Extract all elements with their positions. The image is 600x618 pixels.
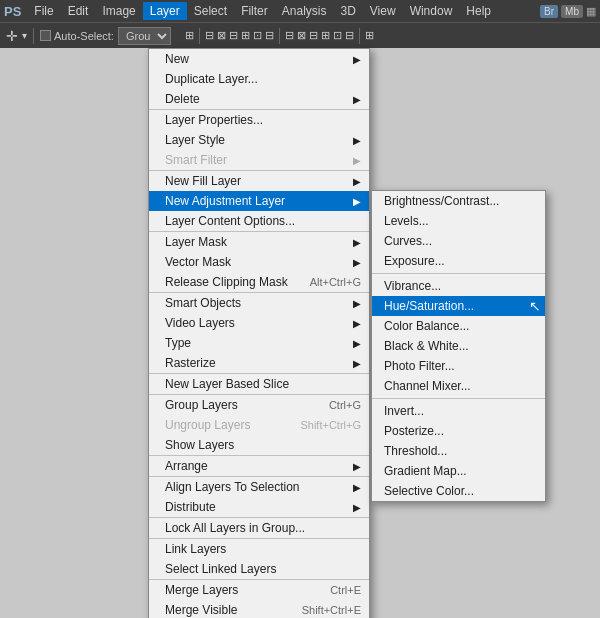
- cursor-icon: ↖: [529, 298, 541, 314]
- menu-file[interactable]: File: [27, 2, 60, 20]
- new-adj-arrow: ▶: [353, 196, 361, 207]
- transform-controls-icon[interactable]: ⊞: [185, 29, 194, 42]
- menu-group-layers[interactable]: Group Layers Ctrl+G: [149, 395, 369, 415]
- group-select[interactable]: Grou: [118, 27, 171, 45]
- menu-layer-mask[interactable]: Layer Mask ▶: [149, 232, 369, 252]
- ungroup-layers-shortcut: Shift+Ctrl+G: [300, 419, 361, 431]
- merge-visible-shortcut: Shift+Ctrl+E: [302, 604, 361, 616]
- menu-arrange[interactable]: Arrange ▶: [149, 456, 369, 476]
- distribute-middle-icon[interactable]: ⊡: [333, 29, 342, 42]
- align-bottom-icon[interactable]: ⊟: [265, 29, 274, 42]
- distribute-left-icon[interactable]: ⊟: [285, 29, 294, 42]
- distribute-bottom-icon[interactable]: ⊟: [345, 29, 354, 42]
- menu-new-fill-layer[interactable]: New Fill Layer ▶: [149, 171, 369, 191]
- menu-section-8: Arrange ▶: [149, 456, 369, 477]
- menu-new-adjustment-layer[interactable]: New Adjustment Layer ▶ Brightness/Contra…: [149, 191, 369, 211]
- submenu-photo-filter[interactable]: Photo Filter...: [372, 356, 545, 376]
- submenu-gradient-map[interactable]: Gradient Map...: [372, 461, 545, 481]
- layer-dropdown-menu: New ▶ Duplicate Layer... Delete ▶ Layer …: [148, 48, 370, 618]
- menu-merge-layers[interactable]: Merge Layers Ctrl+E: [149, 580, 369, 600]
- delete-arrow: ▶: [353, 94, 361, 105]
- distribute-right-icon[interactable]: ⊟: [309, 29, 318, 42]
- align-left-icon[interactable]: ⊟: [205, 29, 214, 42]
- menu-image[interactable]: Image: [95, 2, 142, 20]
- menu-edit[interactable]: Edit: [61, 2, 96, 20]
- submenu-sep-2: [372, 398, 545, 399]
- align-top-icon[interactable]: ⊞: [241, 29, 250, 42]
- more-icon[interactable]: ⊞: [365, 29, 374, 42]
- menu-3d[interactable]: 3D: [333, 2, 362, 20]
- toolbar-separator-1: [33, 28, 34, 44]
- menu-section-12: Merge Layers Ctrl+E Merge Visible Shift+…: [149, 580, 369, 618]
- auto-select-checkbox[interactable]: [40, 30, 51, 41]
- submenu-color-balance[interactable]: Color Balance...: [372, 316, 545, 336]
- distribute-center-h-icon[interactable]: ⊠: [297, 29, 306, 42]
- br-badge[interactable]: Br: [540, 5, 558, 18]
- menu-layer-style[interactable]: Layer Style ▶: [149, 130, 369, 150]
- menu-align-layers[interactable]: Align Layers To Selection ▶: [149, 477, 369, 497]
- menu-section-7: Group Layers Ctrl+G Ungroup Layers Shift…: [149, 395, 369, 456]
- toolbar-separator-3: [279, 28, 280, 44]
- align-right-icon[interactable]: ⊟: [229, 29, 238, 42]
- submenu-channel-mixer[interactable]: Channel Mixer...: [372, 376, 545, 396]
- submenu-hue-saturation[interactable]: Hue/Saturation... ↖: [372, 296, 545, 316]
- ps-logo: PS: [4, 4, 21, 19]
- submenu-posterize[interactable]: Posterize...: [372, 421, 545, 441]
- merge-layers-shortcut: Ctrl+E: [330, 584, 361, 596]
- menu-layer-properties[interactable]: Layer Properties...: [149, 110, 369, 130]
- submenu-black-white[interactable]: Black & White...: [372, 336, 545, 356]
- menu-analysis[interactable]: Analysis: [275, 2, 334, 20]
- menu-select-linked-layers[interactable]: Select Linked Layers: [149, 559, 369, 579]
- menu-distribute[interactable]: Distribute ▶: [149, 497, 369, 517]
- menu-help[interactable]: Help: [459, 2, 498, 20]
- menu-merge-visible[interactable]: Merge Visible Shift+Ctrl+E: [149, 600, 369, 618]
- submenu-curves[interactable]: Curves...: [372, 231, 545, 251]
- layer-mask-arrow: ▶: [353, 237, 361, 248]
- toolbar-separator-4: [359, 28, 360, 44]
- menu-new[interactable]: New ▶: [149, 49, 369, 69]
- submenu-exposure[interactable]: Exposure...: [372, 251, 545, 271]
- mb-badge[interactable]: Mb: [561, 5, 583, 18]
- new-fill-arrow: ▶: [353, 176, 361, 187]
- menu-layer[interactable]: Layer: [143, 2, 187, 20]
- align-center-icon[interactable]: ⊠: [217, 29, 226, 42]
- align-layers-arrow: ▶: [353, 482, 361, 493]
- menu-duplicate-layer[interactable]: Duplicate Layer...: [149, 69, 369, 89]
- panel-icon[interactable]: ▦: [586, 5, 596, 18]
- menu-select[interactable]: Select: [187, 2, 234, 20]
- submenu-levels[interactable]: Levels...: [372, 211, 545, 231]
- menu-view[interactable]: View: [363, 2, 403, 20]
- menu-section-4: Layer Mask ▶ Vector Mask ▶ Release Clipp…: [149, 232, 369, 293]
- distribute-arrow: ▶: [353, 502, 361, 513]
- submenu-sep-1: [372, 273, 545, 274]
- menu-rasterize[interactable]: Rasterize ▶: [149, 353, 369, 373]
- menu-smart-filter: Smart Filter ▶: [149, 150, 369, 170]
- menu-smart-objects[interactable]: Smart Objects ▶: [149, 293, 369, 313]
- menu-lock-all-layers[interactable]: Lock All Layers in Group...: [149, 518, 369, 538]
- menu-filter[interactable]: Filter: [234, 2, 275, 20]
- menu-release-clipping-mask[interactable]: Release Clipping Mask Alt+Ctrl+G: [149, 272, 369, 292]
- move-tool-icon[interactable]: ✛: [6, 28, 18, 44]
- menu-type[interactable]: Type ▶: [149, 333, 369, 353]
- submenu-threshold[interactable]: Threshold...: [372, 441, 545, 461]
- menu-video-layers[interactable]: Video Layers ▶: [149, 313, 369, 333]
- submenu-selective-color[interactable]: Selective Color...: [372, 481, 545, 501]
- menu-window[interactable]: Window: [403, 2, 460, 20]
- submenu-invert[interactable]: Invert...: [372, 401, 545, 421]
- menu-link-layers[interactable]: Link Layers: [149, 539, 369, 559]
- auto-select-text: Auto-Select:: [54, 30, 114, 42]
- align-middle-icon[interactable]: ⊡: [253, 29, 262, 42]
- tool-arrow: ▾: [22, 30, 27, 41]
- menu-layer-content-options[interactable]: Layer Content Options...: [149, 211, 369, 231]
- distribute-top-icon[interactable]: ⊞: [321, 29, 330, 42]
- arrange-arrow: ▶: [353, 461, 361, 472]
- menu-show-layers[interactable]: Show Layers: [149, 435, 369, 455]
- submenu-vibrance[interactable]: Vibrance...: [372, 276, 545, 296]
- top-bar-right: Br Mb ▦: [540, 5, 596, 18]
- menu-new-layer-based-slice[interactable]: New Layer Based Slice: [149, 374, 369, 394]
- menu-delete[interactable]: Delete ▶: [149, 89, 369, 109]
- group-layers-shortcut: Ctrl+G: [329, 399, 361, 411]
- menu-vector-mask[interactable]: Vector Mask ▶: [149, 252, 369, 272]
- auto-select-label: Auto-Select:: [40, 30, 114, 42]
- submenu-brightness-contrast[interactable]: Brightness/Contrast...: [372, 191, 545, 211]
